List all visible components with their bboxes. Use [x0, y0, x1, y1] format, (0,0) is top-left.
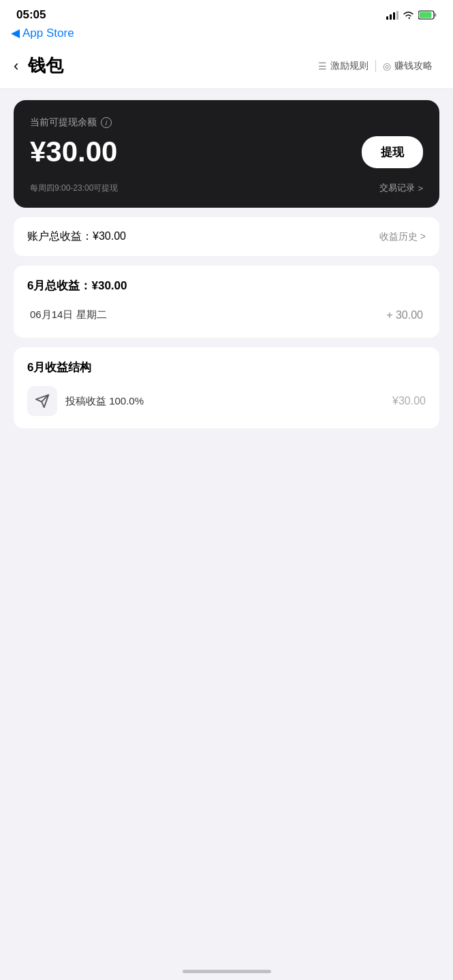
- monthly-title: 6月总收益：¥30.00: [27, 278, 426, 294]
- signal-icon: [386, 11, 399, 20]
- account-total-card: 账户总收益：¥30.00 收益历史 >: [14, 217, 439, 256]
- svg-rect-5: [435, 14, 437, 17]
- monthly-row-date: 06月14日 星期二: [30, 309, 107, 321]
- app-store-chevron-icon: ◀: [11, 26, 20, 40]
- page-title: 钱包: [28, 54, 311, 78]
- svg-rect-3: [396, 11, 399, 20]
- info-icon[interactable]: i: [101, 117, 112, 128]
- nav-bar: ‹ 钱包 ☰ 激励规则 ◎ 赚钱攻略: [0, 46, 453, 89]
- structure-title: 6月收益结构: [27, 360, 426, 375]
- earn-tips-button[interactable]: ◎ 赚钱攻略: [376, 57, 439, 75]
- structure-row: 投稿收益 100.0% ¥30.00: [27, 386, 426, 416]
- withdraw-button[interactable]: 提现: [362, 136, 423, 168]
- monthly-row: 06月14日 星期二 + 30.00: [27, 304, 426, 326]
- contribution-label: 投稿收益 100.0%: [65, 395, 144, 408]
- svg-rect-2: [393, 12, 395, 20]
- wallet-amount-row: ¥30.00 提现: [30, 136, 423, 168]
- svg-rect-1: [390, 14, 392, 20]
- contribution-icon-box: [27, 386, 57, 416]
- structure-row-left: 投稿收益 100.0%: [27, 386, 144, 416]
- chevron-right-icon: >: [418, 183, 423, 193]
- nav-back-button[interactable]: ‹: [14, 57, 18, 75]
- svg-rect-6: [420, 12, 432, 18]
- status-bar: 05:05: [0, 0, 453, 25]
- earning-history-link[interactable]: 收益历史 >: [379, 231, 426, 243]
- withdraw-schedule-note: 每周四9:00-23:00可提现: [30, 183, 118, 194]
- app-store-bar: ◀ App Store: [0, 25, 453, 46]
- status-time: 05:05: [16, 8, 46, 22]
- wallet-amount: ¥30.00: [30, 136, 117, 168]
- earnings-structure-card: 6月收益结构 投稿收益 100.0% ¥30.00: [14, 347, 439, 428]
- wallet-card-label: 当前可提现余额 i: [30, 116, 423, 129]
- nav-actions: ☰ 激励规则 ◎ 赚钱攻略: [311, 57, 439, 75]
- incentive-icon: ☰: [318, 61, 327, 72]
- earn-tips-label: 赚钱攻略: [394, 60, 433, 72]
- app-store-label: App Store: [22, 27, 74, 40]
- app-store-back-btn[interactable]: ◀ App Store: [11, 26, 442, 40]
- monthly-row-amount: + 30.00: [386, 309, 423, 321]
- wallet-card: 当前可提现余额 i ¥30.00 提现 每周四9:00-23:00可提现 交易记…: [14, 100, 439, 208]
- battery-icon: [418, 10, 437, 20]
- send-icon: [35, 394, 50, 409]
- home-indicator: [183, 970, 271, 973]
- status-icons: [386, 10, 437, 20]
- wifi-icon: [403, 11, 414, 20]
- monthly-earnings-card: 6月总收益：¥30.00 06月14日 星期二 + 30.00: [14, 266, 439, 338]
- transaction-history-link[interactable]: 交易记录 >: [379, 182, 423, 194]
- account-total-row: 账户总收益：¥30.00 收益历史 >: [27, 230, 426, 244]
- earn-tips-icon: ◎: [383, 61, 391, 72]
- svg-rect-0: [386, 16, 388, 20]
- main-content: 当前可提现余额 i ¥30.00 提现 每周四9:00-23:00可提现 交易记…: [0, 89, 453, 439]
- wallet-footer: 每周四9:00-23:00可提现 交易记录 >: [30, 182, 423, 194]
- incentive-rules-button[interactable]: ☰ 激励规则: [311, 57, 375, 75]
- contribution-amount: ¥30.00: [392, 395, 426, 407]
- account-total-label: 账户总收益：¥30.00: [27, 230, 126, 244]
- incentive-rules-label: 激励规则: [330, 60, 369, 72]
